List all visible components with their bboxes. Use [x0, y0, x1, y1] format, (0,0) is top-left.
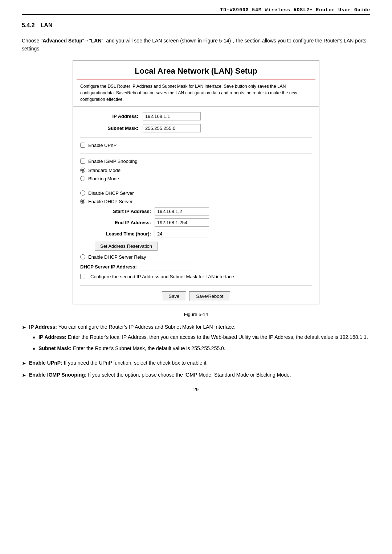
ip-address-input[interactable]: [143, 112, 201, 120]
divider-1: [80, 137, 312, 138]
bullet-content-2: Enable UPnP: If you need the UPnP functi…: [29, 359, 370, 367]
bullet-text-3: If you select the option, please choose …: [86, 372, 291, 378]
bullet-text-1: You can configure the Router's IP Addres…: [57, 324, 236, 330]
section-title: LAN: [41, 22, 53, 29]
enable-igmp-row: Enable IGMP Snooping: [73, 156, 319, 166]
sub-bullet-content-1-2: Subnet Mask: Enter the Router's Subnet M…: [38, 344, 225, 352]
header-title: TD-W8900G 54M Wireless ADSL2+ Router Use…: [220, 7, 370, 13]
enable-relay-row: Enable DHCP Server Relay: [73, 253, 319, 261]
bullet-item-1: ➤ IP Address: You can configure the Rout…: [22, 323, 370, 355]
standard-mode-radio[interactable]: [80, 168, 85, 173]
start-ip-label: Start IP Address:: [87, 209, 151, 214]
ip-address-label: IP Address:: [80, 114, 138, 119]
end-ip-label: End IP Address:: [87, 220, 151, 225]
subnet-mask-label: Subnet Mask:: [80, 126, 138, 131]
panel-title: Local Area Network (LAN) Setup: [73, 61, 319, 79]
sub-bullet-square-1-2: ■: [33, 346, 35, 352]
bullet-arrow-2: ➤: [22, 359, 26, 367]
blocking-mode-label: Blocking Mode: [88, 176, 119, 181]
divider-2: [80, 153, 312, 153]
lan-setup-panel: Local Area Network (LAN) Setup Configure…: [73, 60, 319, 304]
leased-time-row: Leased Time (hour):: [73, 228, 319, 239]
enable-igmp-label: Enable IGMP Snooping: [88, 159, 138, 164]
sub-bullet-square-1-1: ■: [33, 335, 35, 340]
bullet-label-2: Enable UPnP:: [29, 360, 62, 366]
save-button[interactable]: Save: [162, 291, 187, 301]
bullet-arrow-3: ➤: [22, 371, 26, 379]
end-ip-input[interactable]: [155, 218, 209, 227]
bullet-content-1: IP Address: You can configure the Router…: [29, 323, 370, 355]
second-ip-row: Configure the second IP Address and Subn…: [73, 272, 319, 281]
save-reboot-button[interactable]: Save/Reboot: [189, 291, 230, 301]
panel-description: Configure the DSL Router IP Address and …: [73, 79, 319, 107]
leased-time-label: Leased Time (hour):: [87, 231, 151, 237]
bullet-content-3: Enable IGMP Snooping: If you select the …: [29, 371, 370, 379]
figure-caption: Figure 5-14: [22, 312, 370, 317]
enable-dhcp-label: Enable DHCP Server: [88, 199, 133, 204]
divider-4: [80, 285, 312, 286]
save-buttons-row: Save Save/Reboot: [73, 288, 319, 304]
sub-bullet-list-1: ■ IP Address: Enter the Router's local I…: [33, 333, 370, 352]
start-ip-row: Start IP Address:: [73, 206, 319, 217]
section-intro: Choose "Advanced Setup"→"LAN", and you w…: [22, 37, 370, 53]
page-header: TD-W8900G 54M Wireless ADSL2+ Router Use…: [22, 7, 370, 15]
enable-igmp-checkbox[interactable]: [80, 159, 85, 164]
second-ip-label: Configure the second IP Address and Subn…: [90, 274, 234, 279]
page-number: 29: [22, 387, 370, 392]
subnet-mask-row: Subnet Mask:: [73, 122, 319, 134]
standard-mode-row: Standard Mode: [73, 166, 319, 175]
start-ip-input[interactable]: [155, 207, 209, 216]
bullet-list: ➤ IP Address: You can configure the Rout…: [22, 323, 370, 379]
bullet-item-3: ➤ Enable IGMP Snooping: If you select th…: [22, 371, 370, 379]
bullet-text-2: If you need the UPnP function, select th…: [62, 360, 208, 366]
blocking-mode-row: Blocking Mode: [73, 175, 319, 183]
section-number: 5.4.2: [22, 22, 35, 29]
blocking-mode-radio[interactable]: [80, 176, 85, 181]
enable-dhcp-row: Enable DHCP Server: [73, 197, 319, 206]
bullet-label-3: Enable IGMP Snooping:: [29, 372, 86, 378]
dhcp-server-ip-input[interactable]: [140, 263, 194, 271]
sub-bullet-content-1-1: IP Address: Enter the Router's local IP …: [38, 333, 368, 341]
leased-time-input[interactable]: [155, 230, 209, 238]
second-ip-checkbox[interactable]: [80, 274, 85, 279]
set-address-reservation-container: Set Address Reservation: [73, 239, 319, 253]
bullet-arrow-1: ➤: [22, 323, 26, 331]
subnet-mask-input[interactable]: [143, 124, 201, 132]
enable-dhcp-radio[interactable]: [80, 199, 85, 204]
end-ip-row: End IP Address:: [73, 217, 319, 228]
sub-bullet-item-1-1: ■ IP Address: Enter the Router's local I…: [33, 333, 370, 341]
disable-dhcp-radio[interactable]: [80, 190, 85, 196]
bullet-item-2: ➤ Enable UPnP: If you need the UPnP func…: [22, 359, 370, 367]
divider-3: [80, 186, 312, 186]
enable-relay-radio[interactable]: [80, 254, 85, 259]
set-address-reservation-button[interactable]: Set Address Reservation: [95, 242, 158, 251]
enable-upnp-checkbox[interactable]: [80, 143, 85, 148]
disable-dhcp-label: Disable DHCP Server: [88, 190, 134, 196]
bullet-label-1: IP Address:: [29, 324, 57, 330]
dhcp-server-ip-row: DHCP Server IP Address:: [73, 261, 319, 272]
standard-mode-label: Standard Mode: [88, 168, 121, 173]
sub-bullet-item-1-2: ■ Subnet Mask: Enter the Router's Subnet…: [33, 344, 370, 352]
enable-relay-label: Enable DHCP Server Relay: [88, 254, 146, 260]
enable-upnp-row: Enable UPnP: [73, 140, 319, 150]
ip-address-row: IP Address:: [73, 110, 319, 122]
dhcp-server-ip-label: DHCP Server IP Address:: [80, 264, 137, 270]
enable-upnp-label: Enable UPnP: [88, 143, 117, 148]
disable-dhcp-row: Disable DHCP Server: [73, 189, 319, 197]
